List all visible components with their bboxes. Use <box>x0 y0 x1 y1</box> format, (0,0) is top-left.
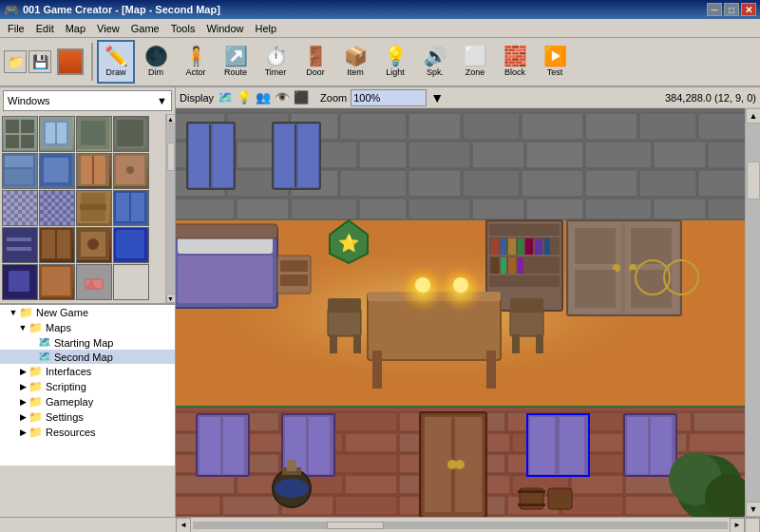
menu-help[interactable]: Help <box>250 21 283 36</box>
svg-rect-163 <box>489 256 560 274</box>
tree-expand-new-game[interactable]: ▼ <box>8 308 19 317</box>
tile-17[interactable] <box>2 264 38 300</box>
quick-icon-1[interactable]: 📁 <box>4 50 27 73</box>
tile-12[interactable] <box>113 190 149 226</box>
menu-edit[interactable]: Edit <box>30 21 60 36</box>
tree-item-settings[interactable]: ▶ 📁 Settings <box>0 409 175 425</box>
tree-expand-scripting[interactable]: ▶ <box>17 382 28 391</box>
tool-actor[interactable]: 🧍 Actor <box>177 40 215 84</box>
display-icon-actors[interactable]: 👥 <box>256 90 271 104</box>
tile-10[interactable] <box>39 190 75 226</box>
tree-item-interfaces[interactable]: ▶ 📁 Interfaces <box>0 364 175 379</box>
tool-dim[interactable]: 🌑 Dim <box>137 40 175 84</box>
menu-map[interactable]: Map <box>60 21 91 36</box>
spk-icon: 🔊 <box>424 47 447 66</box>
palette-scroll-up[interactable]: ▲ <box>166 114 176 124</box>
maximize-button[interactable]: □ <box>724 3 739 16</box>
scroll-left-button[interactable]: ◄ <box>176 518 191 533</box>
menu-window[interactable]: Window <box>200 21 249 36</box>
quick-icon-2[interactable]: 💾 <box>28 50 51 73</box>
tile-4[interactable] <box>113 116 149 152</box>
tile-16[interactable] <box>113 227 149 263</box>
svg-rect-55 <box>463 113 520 140</box>
svg-rect-123 <box>176 475 235 494</box>
menu-bar: File Edit Map View Game Tools Window Hel… <box>0 19 760 38</box>
menu-game[interactable]: Game <box>125 21 165 36</box>
tile-14[interactable] <box>39 227 75 263</box>
close-button[interactable]: ✕ <box>741 3 756 16</box>
svg-rect-12 <box>116 119 144 147</box>
display-icon-grid[interactable]: ⬛ <box>294 90 309 104</box>
tree-item-resources[interactable]: ▶ 📁 Resources <box>0 425 175 440</box>
svg-rect-182 <box>575 270 616 308</box>
tool-spk[interactable]: 🔊 Spk. <box>416 40 454 84</box>
tile-3[interactable] <box>76 116 112 152</box>
tree-item-new-game[interactable]: ▼ 📁 New Game <box>0 305 175 320</box>
tile-5[interactable] <box>2 153 38 189</box>
svg-point-214 <box>455 460 465 469</box>
map-svg: ⭐ <box>176 108 745 517</box>
zoom-input[interactable] <box>351 89 427 106</box>
scroll-up-button[interactable]: ▲ <box>746 108 760 124</box>
svg-rect-149 <box>298 124 318 187</box>
test-icon: ▶️ <box>543 47 567 66</box>
svg-rect-42 <box>9 271 29 292</box>
map-canvas[interactable]: ⭐ <box>176 108 745 517</box>
palette-scroll-thumb[interactable] <box>167 142 175 171</box>
menu-view[interactable]: View <box>91 21 125 36</box>
tool-test[interactable]: ▶️ Test <box>536 40 574 84</box>
tool-door[interactable]: 🚪 Door <box>296 40 334 84</box>
tile-6[interactable] <box>39 153 75 189</box>
tool-block[interactable]: 🧱 Block <box>496 40 534 84</box>
tile-11[interactable] <box>76 190 112 226</box>
svg-rect-198 <box>536 334 543 353</box>
svg-rect-205 <box>223 417 244 474</box>
tree-expand-gameplay[interactable]: ▶ <box>17 397 28 407</box>
tree-item-maps[interactable]: ▼ 📁 Maps <box>0 320 175 335</box>
svg-rect-89 <box>708 199 745 219</box>
palette-scroll-down[interactable]: ▼ <box>166 294 176 303</box>
tool-item[interactable]: 📦 Item <box>336 40 374 84</box>
tree-item-second-map[interactable]: 🗺️ Second Map <box>0 350 175 364</box>
tile-15[interactable] <box>76 227 112 263</box>
tile-2[interactable] <box>39 116 75 152</box>
svg-rect-211 <box>425 417 451 512</box>
minimize-button[interactable]: ─ <box>707 3 722 16</box>
menu-tools[interactable]: Tools <box>165 21 201 36</box>
tool-light[interactable]: 💡 Light <box>376 40 414 84</box>
tile-7[interactable] <box>76 153 112 189</box>
tool-draw[interactable]: ✏️ Draw <box>97 40 135 84</box>
menu-file[interactable]: File <box>2 21 30 36</box>
tree-expand-maps[interactable]: ▼ <box>17 323 28 332</box>
tree-expand-settings[interactable]: ▶ <box>17 412 28 422</box>
tree-item-starting-map[interactable]: 🗺️ Starting Map <box>0 335 175 350</box>
tree-expand-interfaces[interactable]: ▶ <box>17 367 28 376</box>
scroll-down-button[interactable]: ▼ <box>746 502 760 517</box>
tree-expand-resources[interactable]: ▶ <box>17 428 28 437</box>
color-swatch[interactable] <box>57 48 84 75</box>
display-icon-light[interactable]: 💡 <box>237 90 252 104</box>
tree-item-scripting[interactable]: ▶ 📁 Scripting <box>0 379 175 394</box>
tree-item-gameplay[interactable]: ▶ 📁 Gameplay <box>0 394 175 409</box>
tile-8[interactable] <box>113 153 149 189</box>
tile-13[interactable] <box>2 227 38 263</box>
tile-18[interactable] <box>39 264 75 300</box>
display-icon-map[interactable]: 🗺️ <box>218 90 233 104</box>
scroll-right-button[interactable]: ► <box>730 518 745 533</box>
horizontal-scroll-thumb[interactable] <box>327 522 384 529</box>
panel-dropdown[interactable]: Windows ▼ <box>3 90 172 111</box>
tile-9[interactable] <box>2 190 38 226</box>
zoom-dropdown[interactable]: ▼ <box>430 90 444 105</box>
display-icon-view[interactable]: 👁️ <box>275 90 290 104</box>
scroll-thumb[interactable] <box>747 162 760 200</box>
svg-rect-116 <box>335 454 397 473</box>
svg-rect-194 <box>353 334 361 353</box>
tile-eraser[interactable] <box>76 264 112 300</box>
tool-zone[interactable]: ⬜ Zone <box>456 40 494 84</box>
tile-1[interactable] <box>2 116 38 152</box>
tile-empty[interactable] <box>113 264 149 300</box>
svg-rect-174 <box>508 257 516 274</box>
tool-timer[interactable]: ⏱️ Timer <box>256 40 294 84</box>
tool-route[interactable]: ↗️ Route <box>217 40 255 84</box>
svg-point-224 <box>275 479 309 498</box>
